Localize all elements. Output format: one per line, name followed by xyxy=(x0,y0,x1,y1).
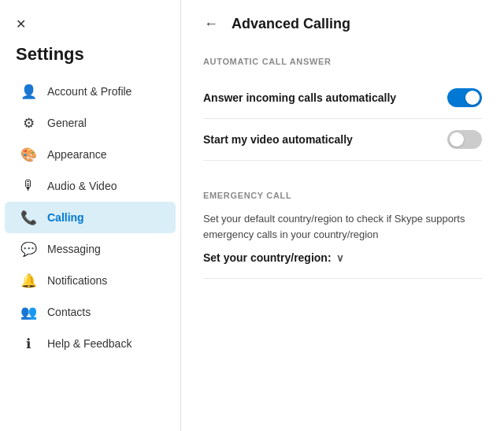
page-header: ← Advanced Calling xyxy=(181,0,504,44)
general-icon: ⚙ xyxy=(20,115,36,131)
sidebar-item-label: Appearance xyxy=(47,148,107,161)
help-icon: ℹ xyxy=(20,336,36,351)
answer-incoming-track xyxy=(447,88,482,107)
sidebar-item-label: Messaging xyxy=(47,243,101,255)
answer-incoming-toggle[interactable] xyxy=(447,88,482,107)
sidebar-item-label: Notifications xyxy=(47,274,107,287)
main-content: ← Advanced Calling AUTOMATIC CALL ANSWER… xyxy=(181,0,504,431)
start-video-toggle[interactable] xyxy=(447,130,482,149)
start-video-thumb xyxy=(450,132,464,147)
page-title: Advanced Calling xyxy=(232,16,350,32)
close-button[interactable]: ✕ xyxy=(9,13,32,35)
settings-title: Settings xyxy=(0,41,180,76)
audio-video-icon: 🎙 xyxy=(20,178,36,194)
automatic-section-label: AUTOMATIC CALL ANSWER xyxy=(203,57,482,66)
emergency-bottom-divider xyxy=(203,278,482,279)
answer-incoming-row: Answer incoming calls automatically xyxy=(203,77,482,119)
emergency-section-label: EMERGENCY CALL xyxy=(203,191,482,200)
sidebar-item-help[interactable]: ℹ Help & Feedback xyxy=(5,328,176,359)
start-video-track xyxy=(447,130,482,149)
sidebar-item-appearance[interactable]: 🎨 Appearance xyxy=(5,139,176,170)
calling-icon: 📞 xyxy=(20,210,36,225)
start-video-label: Start my video automatically xyxy=(203,133,353,146)
messaging-icon: 💬 xyxy=(20,241,36,257)
sidebar-item-messaging[interactable]: 💬 Messaging xyxy=(5,233,176,265)
notifications-icon: 🔔 xyxy=(20,273,36,288)
sidebar-item-contacts[interactable]: 👥 Contacts xyxy=(5,296,176,328)
back-button[interactable]: ← xyxy=(200,13,222,35)
answer-incoming-label: Answer incoming calls automatically xyxy=(203,91,396,104)
chevron-down-icon: ∨ xyxy=(336,252,344,264)
sidebar-item-label: Calling xyxy=(47,211,84,224)
start-video-row: Start my video automatically xyxy=(203,119,482,161)
sidebar-item-label: General xyxy=(47,117,87,129)
country-selector-label: Set your country/region: xyxy=(203,251,332,264)
sidebar-item-notifications[interactable]: 🔔 Notifications xyxy=(5,265,176,296)
sidebar: ✕ Settings 👤 Account & Profile ⚙ General… xyxy=(0,0,181,431)
emergency-description: Set your default country/region to check… xyxy=(203,211,482,242)
sidebar-item-label: Account & Profile xyxy=(47,85,132,98)
sidebar-item-general[interactable]: ⚙ General xyxy=(5,107,176,139)
main-body: AUTOMATIC CALL ANSWER Answer incoming ca… xyxy=(181,44,504,431)
emergency-section: EMERGENCY CALL Set your default country/… xyxy=(203,191,482,266)
country-selector[interactable]: Set your country/region: ∨ xyxy=(203,250,344,266)
sidebar-item-account[interactable]: 👤 Account & Profile xyxy=(5,76,176,107)
account-icon: 👤 xyxy=(20,84,36,99)
appearance-icon: 🎨 xyxy=(20,147,36,162)
sidebar-item-label: Audio & Video xyxy=(47,180,117,192)
sidebar-item-calling[interactable]: 📞 Calling xyxy=(5,202,176,233)
sidebar-item-audio-video[interactable]: 🎙 Audio & Video xyxy=(5,170,176,202)
contacts-icon: 👥 xyxy=(20,304,36,320)
sidebar-item-label: Contacts xyxy=(47,306,91,318)
sidebar-item-label: Help & Feedback xyxy=(47,337,132,350)
answer-incoming-thumb xyxy=(465,91,480,105)
